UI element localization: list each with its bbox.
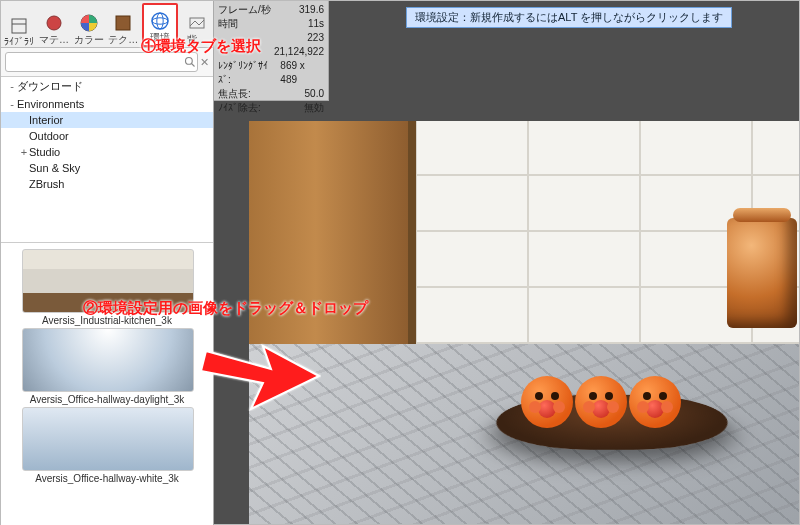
svg-rect-0	[12, 19, 26, 33]
tab-label: 背…	[187, 33, 207, 47]
disclosure-icon[interactable]: +	[19, 146, 29, 158]
environment-tree[interactable]: -ダウンロード-EnvironmentsInteriorOutdoor+Stud…	[1, 77, 213, 243]
tree-item[interactable]: Sun & Sky	[1, 160, 213, 176]
thumbnail-list[interactable]: Aversis_Industrial-kitchen_3kAversis_Off…	[1, 243, 213, 525]
stat-row: 21,124,922	[218, 45, 324, 59]
search-input[interactable]	[5, 52, 198, 72]
hint-banner: 環境設定：新規作成するにはALT を押しながらクリックします	[406, 7, 732, 28]
stat-key: 時間	[218, 17, 238, 31]
tab-environment[interactable]: 環境	[142, 3, 179, 47]
library-panel: 環境 ﾗｲﾌﾞﾗﾘマテ…カラーテク…環境背… ✕ -ダウンロード-Environ…	[1, 1, 214, 525]
tab-backplate[interactable]: 背…	[180, 7, 213, 47]
thumbnail-image	[22, 407, 194, 471]
tab-label: テク…	[108, 33, 138, 47]
tab-label: カラー	[74, 33, 104, 47]
stat-key: ﾚﾝﾀﾞﾘﾝｸﾞｻｲｽﾞ:	[218, 59, 280, 87]
tab-label: マテ…	[39, 33, 69, 47]
disclosure-icon[interactable]: -	[7, 98, 17, 110]
tree-item[interactable]: -ダウンロード	[1, 77, 213, 96]
stat-row: フレーム/秒319.6	[218, 3, 324, 17]
environment-icon	[150, 11, 170, 31]
disclosure-icon[interactable]: -	[7, 80, 17, 92]
stat-row: 時間11s	[218, 17, 324, 31]
thumbnail-caption: Aversis_Industrial-kitchen_3k	[22, 315, 192, 326]
stat-key: 焦点長:	[218, 87, 251, 101]
tree-label: Sun & Sky	[29, 162, 80, 174]
tab-color[interactable]: カラー	[72, 7, 105, 47]
tree-label: Environments	[17, 98, 84, 110]
tree-item[interactable]: -Environments	[1, 96, 213, 112]
stat-value: 21,124,922	[274, 45, 324, 59]
svg-rect-4	[116, 16, 130, 30]
stat-key: ﾉｲｽﾞ除去:	[218, 101, 261, 115]
thumbnail-item[interactable]: Aversis_Office-hallway-daylight_3k	[22, 328, 192, 405]
backplate-icon	[187, 13, 207, 33]
tree-item[interactable]: Outdoor	[1, 128, 213, 144]
tree-item[interactable]: +Studio	[1, 144, 213, 160]
stat-value: 50.0	[305, 87, 324, 101]
stat-row: 223	[218, 31, 324, 45]
thumbnail-image	[22, 328, 194, 392]
thumbnail-item[interactable]: Aversis_Office-hallway-white_3k	[22, 407, 192, 484]
tree-label: Studio	[29, 146, 60, 158]
stat-value: 319.6	[299, 3, 324, 17]
svg-point-8	[157, 13, 163, 29]
library-icon	[9, 16, 29, 36]
tree-item[interactable]: ZBrush	[1, 176, 213, 192]
tab-material[interactable]: マテ…	[38, 7, 71, 47]
stat-row: ﾚﾝﾀﾞﾘﾝｸﾞｻｲｽﾞ:869 x 489	[218, 59, 324, 87]
stat-value: 無効	[304, 101, 324, 115]
tab-library[interactable]: ﾗｲﾌﾞﾗﾘ	[3, 7, 36, 47]
tree-label: Interior	[29, 114, 63, 126]
search-clear-icon[interactable]: ✕	[200, 56, 209, 69]
thumbnail-image	[22, 249, 194, 313]
thumbnail-caption: Aversis_Office-hallway-white_3k	[22, 473, 192, 484]
thumbnail-caption: Aversis_Office-hallway-daylight_3k	[22, 394, 192, 405]
stat-value: 869 x 489	[280, 59, 324, 87]
svg-point-7	[152, 18, 168, 24]
svg-point-6	[152, 13, 168, 29]
thumbnail-item[interactable]: Aversis_Industrial-kitchen_3k	[22, 249, 192, 326]
tree-item[interactable]: Interior	[1, 112, 213, 128]
stat-value: 11s	[308, 17, 324, 31]
render-stats: フレーム/秒319.6時間11s22321,124,922ﾚﾝﾀﾞﾘﾝｸﾞｻｲｽ…	[214, 1, 329, 101]
stat-row: ﾉｲｽﾞ除去:無効	[218, 101, 324, 115]
svg-point-2	[47, 16, 61, 30]
search-row: ✕	[1, 48, 213, 77]
tree-label: ダウンロード	[17, 80, 83, 92]
tab-texture[interactable]: テク…	[107, 7, 140, 47]
texture-icon	[113, 13, 133, 33]
tab-label: ﾗｲﾌﾞﾗﾘ	[4, 36, 34, 47]
tab-label: 環境	[150, 31, 170, 45]
tree-label: ZBrush	[29, 178, 64, 190]
render-image	[249, 121, 799, 524]
library-tabbar: ﾗｲﾌﾞﾗﾘマテ…カラーテク…環境背…	[1, 1, 213, 48]
stat-row: 焦点長:50.0	[218, 87, 324, 101]
stat-key: フレーム/秒	[218, 3, 271, 17]
material-icon	[44, 13, 64, 33]
stat-value: 223	[307, 31, 324, 45]
color-icon	[79, 13, 99, 33]
tree-label: Outdoor	[29, 130, 69, 142]
